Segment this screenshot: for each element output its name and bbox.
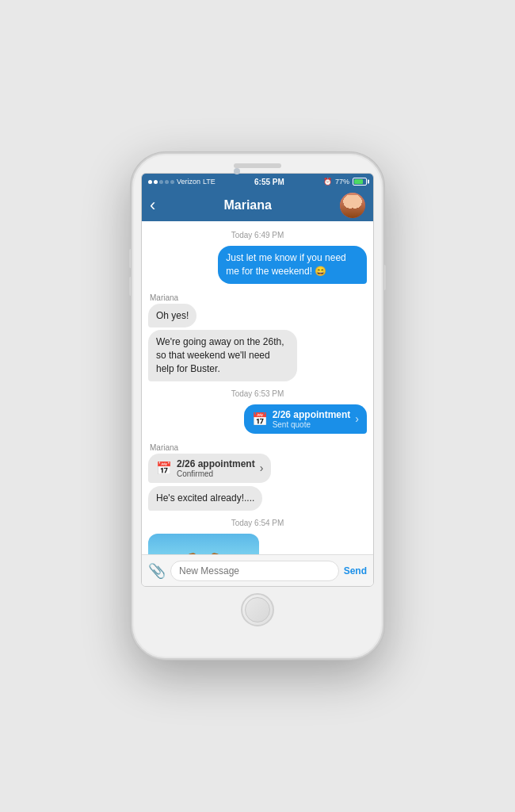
appt-info-recv: 2/26 appointment Confirmed [177,458,255,478]
attach-icon[interactable]: 📎 [148,562,166,580]
bubble-recv-1: Oh yes! [148,304,196,328]
power-btn [383,265,386,290]
nav-header: ‹ Mariana [142,190,373,221]
battery-percent: 77% [335,178,349,186]
appt-sub-sent: Sent quote [273,420,351,429]
signal-dots [148,180,174,184]
status-bar: Verizon LTE 6:55 PM ⏰ 77% [142,174,373,190]
dog-photo-container [148,534,259,554]
bubble-recv-2-text: We're going away on the 26th, so that we… [156,336,284,374]
signal-dot-4 [165,180,169,184]
appt-row-recv: 📅 2/26 appointment Confirmed › [148,454,367,483]
home-button-inner [245,597,270,622]
input-bar: 📎 Send [142,554,373,586]
bubble-sent-1-text: Just let me know if you need me for the … [226,252,345,277]
speaker [234,163,281,168]
message-row-recv-3: He's excited already!.... [148,486,367,511]
message-row-recv-2: We're going away on the 26th, so that we… [148,330,367,381]
message-row-recv-1: Oh yes! [148,304,367,328]
message-input[interactable] [170,561,339,581]
appt-info-sent: 2/26 appointment Sent quote [273,409,351,429]
volume-down-btn [129,277,132,296]
bubble-recv-1-text: Oh yes! [156,310,189,321]
bubble-recv-3-text: He's excited already!.... [156,492,254,504]
dog-ear-left [184,552,200,554]
bubble-sent-1: Just let me know if you need me for the … [218,246,367,284]
appt-sub-recv: Confirmed [177,469,255,478]
carrier-label: Verizon [177,178,200,186]
photo-row [148,534,367,554]
chevron-right-icon-recv: › [260,462,264,474]
status-right: ⏰ 77% [323,178,367,186]
status-left: Verizon LTE [148,178,216,186]
signal-dot-2 [154,180,158,184]
signal-dot-3 [159,180,163,184]
bubble-recv-2: We're going away on the 26th, so that we… [148,330,297,381]
appt-row-sent: 📅 2/26 appointment Sent quote › [148,404,367,434]
calendar-icon-recv: 📅 [156,461,172,476]
timestamp-3: Today 6:54 PM [148,519,367,527]
battery-icon [353,178,367,186]
signal-dot-5 [170,180,174,184]
back-button[interactable]: ‹ [150,197,155,214]
messages-area[interactable]: Today 6:49 PM Just let me know if you ne… [142,221,373,554]
chevron-right-icon-sent: › [355,412,359,425]
home-button[interactable] [241,593,274,626]
status-time: 6:55 PM [254,178,284,186]
alarm-icon: ⏰ [323,178,332,186]
contact-avatar[interactable] [340,193,365,218]
calendar-icon-sent: 📅 [252,412,268,427]
message-row-sent-1: Just let me know if you need me for the … [148,246,367,284]
timestamp-1: Today 6:49 PM [148,231,367,239]
nav-title: Mariana [223,198,271,213]
sender-label-1: Mariana [150,293,367,302]
network-label: LTE [203,178,216,186]
dog-photo [148,534,259,554]
volume-up-btn [129,249,132,268]
timestamp-2: Today 6:53 PM [148,389,367,398]
sender-group-2: Mariana 📅 2/26 appointment Confirmed › H… [148,443,367,512]
bubble-recv-3: He's excited already!.... [148,486,262,511]
camera [234,168,240,174]
signal-dot-1 [148,180,152,184]
sender-group-1: Mariana Oh yes! We're going away on the … [148,293,367,383]
appt-title-sent: 2/26 appointment [273,409,351,420]
appt-card-sent[interactable]: 📅 2/26 appointment Sent quote › [244,404,367,434]
phone-frame: Verizon LTE 6:55 PM ⏰ 77% ‹ Mariana Toda… [131,152,384,660]
appt-card-recv[interactable]: 📅 2/26 appointment Confirmed › [148,454,271,483]
appt-title-recv: 2/26 appointment [177,458,255,469]
dog-ear-right [208,552,224,554]
phone-screen: Verizon LTE 6:55 PM ⏰ 77% ‹ Mariana Toda… [141,173,374,587]
avatar-photo [340,193,365,218]
send-button[interactable]: Send [344,565,367,576]
battery-fill [354,179,363,184]
sender-label-2: Mariana [150,443,367,452]
